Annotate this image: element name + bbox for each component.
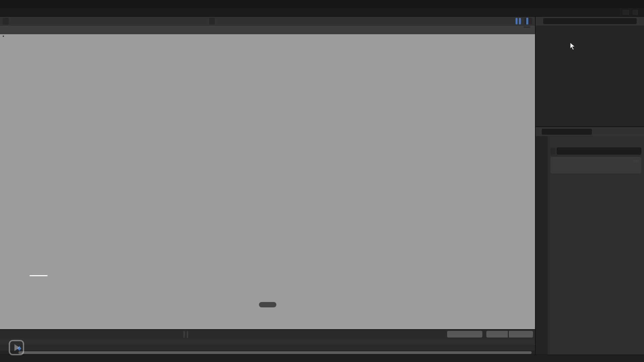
toolbar <box>3 36 4 37</box>
scene-viewlayer-group <box>622 9 642 16</box>
navigation-gizmo[interactable] <box>497 34 531 68</box>
subtitle <box>259 302 276 307</box>
frame-end-field[interactable] <box>509 331 533 338</box>
object-name-field[interactable] <box>557 147 641 155</box>
screencast-divider <box>30 275 48 276</box>
screencast-keys <box>27 268 50 278</box>
outliner-header <box>536 17 644 25</box>
outliner <box>535 17 644 126</box>
outliner-display-mode[interactable] <box>537 18 539 24</box>
properties-editor: :::: <box>535 126 644 355</box>
viewport-canvas[interactable] <box>0 34 535 329</box>
new-collection-button[interactable] <box>641 18 643 24</box>
object-name-row <box>550 147 641 155</box>
frame-start-field[interactable] <box>486 331 508 338</box>
id-type-dropdown[interactable] <box>550 148 555 155</box>
visibility-dropdown[interactable] <box>513 18 515 24</box>
viewport-header <box>0 17 535 25</box>
transform-panel: :::: <box>550 157 641 174</box>
mouse-cursor <box>569 42 577 50</box>
properties-header <box>536 127 644 136</box>
viewport-3d[interactable] <box>0 17 535 329</box>
timeline-scrollbar[interactable] <box>0 351 535 355</box>
properties-search-input[interactable] <box>542 129 592 135</box>
shading-rendered-button[interactable] <box>530 18 532 24</box>
timeline-ruler[interactable] <box>0 339 535 346</box>
scene-selector[interactable] <box>622 9 630 16</box>
top-bar <box>0 8 644 17</box>
properties-editor-type[interactable] <box>538 128 540 135</box>
pivot-dropdown[interactable] <box>216 18 218 24</box>
options-button[interactable] <box>524 26 530 28</box>
playback-controls <box>187 331 188 338</box>
auto-key-button[interactable] <box>183 331 185 338</box>
timeline-header <box>0 330 535 339</box>
outliner-search-input[interactable] <box>543 18 637 24</box>
overlays-toggle[interactable] <box>519 18 521 24</box>
outliner-filter-id[interactable] <box>540 18 542 24</box>
playhead-diamond[interactable] <box>17 346 21 351</box>
viewport-info-overlay <box>23 36 28 46</box>
transform-delta-panel[interactable] <box>550 165 641 174</box>
orientation-dropdown[interactable] <box>209 18 215 24</box>
proportional-edit-toggle[interactable] <box>221 18 223 24</box>
timeline-editor-type[interactable] <box>2 331 4 338</box>
timeline <box>0 329 535 355</box>
snap-toggle[interactable] <box>218 18 220 24</box>
status-bar <box>0 355 644 362</box>
transform-panel-header[interactable]: :::: <box>550 157 641 165</box>
timeline-track[interactable] <box>0 346 535 351</box>
viewport-scene <box>0 34 535 329</box>
gizmos-toggle[interactable] <box>516 18 518 24</box>
tool-settings-bar <box>0 25 535 34</box>
breadcrumb <box>550 138 641 145</box>
shading-mode-group <box>524 18 532 24</box>
viewlayer-selector[interactable] <box>632 9 639 16</box>
title-bar <box>0 0 644 8</box>
current-frame-field[interactable] <box>447 331 482 338</box>
outliner-filter-button[interactable] <box>638 18 640 24</box>
properties-tabs <box>536 136 548 355</box>
mode-dropdown[interactable] <box>3 18 9 24</box>
properties-content: :::: <box>548 136 644 355</box>
